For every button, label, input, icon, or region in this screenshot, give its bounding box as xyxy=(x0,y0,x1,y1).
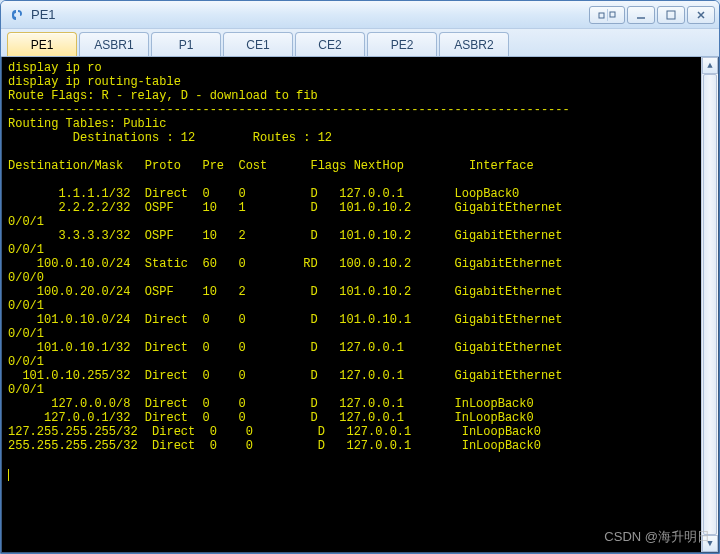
app-window: PE1 PE1ASBR1P1CE1CE2PE2ASBR2 display ip … xyxy=(0,0,720,554)
scroll-track[interactable] xyxy=(702,74,718,535)
tab-asbr1[interactable]: ASBR1 xyxy=(79,32,149,56)
maximize-icon[interactable] xyxy=(657,6,685,24)
tab-ce2[interactable]: CE2 xyxy=(295,32,365,56)
tab-asbr2[interactable]: ASBR2 xyxy=(439,32,509,56)
scroll-thumb[interactable] xyxy=(703,74,717,535)
window-controls xyxy=(589,6,715,24)
tab-ce1[interactable]: CE1 xyxy=(223,32,293,56)
titlebar: PE1 xyxy=(1,1,719,29)
close-icon[interactable] xyxy=(687,6,715,24)
tab-pe1[interactable]: PE1 xyxy=(7,32,77,56)
tab-p1[interactable]: P1 xyxy=(151,32,221,56)
tab-pe2[interactable]: PE2 xyxy=(367,32,437,56)
scroll-up-icon[interactable]: ▲ xyxy=(702,57,718,74)
svg-rect-3 xyxy=(667,11,675,19)
svg-rect-0 xyxy=(599,13,604,18)
window-title: PE1 xyxy=(29,7,589,22)
watermark: CSDN @海升明日 xyxy=(604,528,710,546)
app-icon xyxy=(9,7,25,23)
terminal[interactable]: display ip ro display ip routing-table R… xyxy=(1,57,719,553)
tab-bar: PE1ASBR1P1CE1CE2PE2ASBR2 xyxy=(1,29,719,57)
scrollbar[interactable]: ▲ ▼ xyxy=(701,57,718,552)
minimize-icon[interactable] xyxy=(627,6,655,24)
restore-icon[interactable] xyxy=(589,6,625,24)
svg-rect-1 xyxy=(610,12,615,17)
